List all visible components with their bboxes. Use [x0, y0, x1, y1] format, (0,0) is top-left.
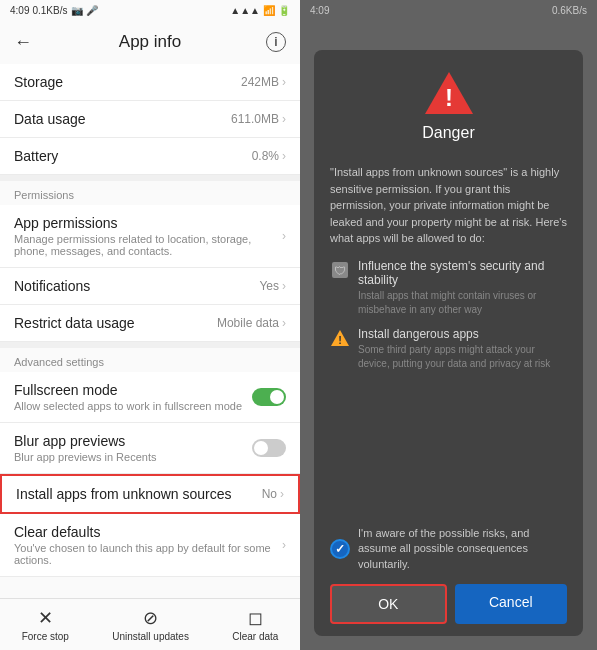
chevron-icon: ›	[282, 112, 286, 126]
install-unknown-sources-item[interactable]: Install apps from unknown sources No ›	[0, 474, 300, 514]
battery-icon: 🔋	[278, 5, 290, 16]
blur-previews-desc: Blur app previews in Recents	[14, 451, 252, 463]
blur-previews-title: Blur app previews	[14, 433, 252, 449]
dialog-body: "Install apps from unknown sources" is a…	[314, 164, 583, 518]
storage-title: Storage	[14, 74, 241, 90]
time-right: 4:09	[310, 5, 329, 16]
checkbox-circle[interactable]: ✓	[330, 539, 350, 559]
svg-text:🛡: 🛡	[334, 264, 346, 278]
force-stop-button[interactable]: ✕ Force stop	[22, 607, 69, 642]
uninstall-updates-button[interactable]: ⊘ Uninstall updates	[112, 607, 189, 642]
app-info-header: ← App info i	[0, 20, 300, 64]
warning-icon: !	[330, 328, 350, 348]
status-bar-left: 4:09 0.1KB/s 📷 🎤 ▲▲▲ 📶 🔋	[0, 0, 300, 20]
cancel-button[interactable]: Cancel	[455, 584, 568, 624]
install-sources-title: Install apps from unknown sources	[16, 486, 262, 502]
battery-title: Battery	[14, 148, 252, 164]
camera-icon: 📷	[71, 5, 83, 16]
security-risk-item: 🛡 Influence the system's security and st…	[330, 259, 567, 317]
app-permissions-title: App permissions	[14, 215, 282, 231]
app-permissions-item[interactable]: App permissions Manage permissions relat…	[0, 205, 300, 268]
security-risk-title: Influence the system's security and stab…	[358, 259, 567, 287]
clear-defaults-item[interactable]: Clear defaults You've chosen to launch t…	[0, 514, 300, 577]
dialog-footer: ✓ I'm aware of the possible risks, and a…	[314, 518, 583, 636]
bottom-bar: ✕ Force stop ⊘ Uninstall updates ◻ Clear…	[0, 598, 300, 650]
back-button[interactable]: ←	[14, 32, 32, 53]
blur-previews-item[interactable]: Blur app previews Blur app previews in R…	[0, 423, 300, 474]
storage-item[interactable]: Storage 242MB ›	[0, 64, 300, 101]
clear-defaults-title: Clear defaults	[14, 524, 282, 540]
uninstall-updates-label: Uninstall updates	[112, 631, 189, 642]
notifications-title: Notifications	[14, 278, 259, 294]
status-right: ▲▲▲ 📶 🔋	[230, 5, 290, 16]
fullscreen-toggle[interactable]	[252, 388, 286, 406]
wifi-icon: 📶	[263, 5, 275, 16]
fullscreen-desc: Allow selected apps to work in fullscree…	[14, 400, 252, 412]
storage-value: 242MB	[241, 75, 279, 89]
status-left: 4:09 0.1KB/s 📷 🎤	[10, 5, 98, 16]
force-stop-label: Force stop	[22, 631, 69, 642]
status-bar-right: 4:09 0.6KB/s	[300, 0, 597, 20]
svg-text:!: !	[445, 84, 453, 111]
ok-button[interactable]: OK	[330, 584, 447, 624]
data-usage-item[interactable]: Data usage 611.0MB ›	[0, 101, 300, 138]
chevron-icon: ›	[280, 487, 284, 501]
fullscreen-item[interactable]: Fullscreen mode Allow selected apps to w…	[0, 372, 300, 423]
clear-data-button[interactable]: ◻ Clear data	[232, 607, 278, 642]
restrict-data-item[interactable]: Restrict data usage Mobile data ›	[0, 305, 300, 342]
chevron-icon: ›	[282, 279, 286, 293]
page-title: App info	[119, 32, 181, 52]
notifications-item[interactable]: Notifications Yes ›	[0, 268, 300, 305]
right-panel: 4:09 0.6KB/s ! Danger "Install apps from…	[300, 0, 597, 650]
dialog-buttons: OK Cancel	[330, 584, 567, 624]
chevron-icon: ›	[282, 229, 286, 243]
uninstall-icon: ⊘	[143, 607, 158, 629]
network-right: 0.6KB/s	[552, 5, 587, 16]
chevron-icon: ›	[282, 149, 286, 163]
chevron-icon: ›	[282, 538, 286, 552]
shield-icon: 🛡	[330, 260, 350, 280]
checkmark-icon: ✓	[335, 542, 345, 556]
clear-data-label: Clear data	[232, 631, 278, 642]
danger-title: Danger	[422, 124, 474, 142]
signal-icon: ▲▲▲	[230, 5, 260, 16]
chevron-icon: ›	[282, 75, 286, 89]
checkbox-row[interactable]: ✓ I'm aware of the possible risks, and a…	[330, 526, 567, 572]
chevron-icon: ›	[282, 316, 286, 330]
dangerous-apps-item: ! Install dangerous apps Some third part…	[330, 327, 567, 371]
clear-data-icon: ◻	[248, 607, 263, 629]
dangerous-apps-desc: Some third party apps might attack your …	[358, 343, 567, 371]
settings-list: Storage 242MB › Data usage 611.0MB › Bat	[0, 64, 300, 598]
app-permissions-desc: Manage permissions related to location, …	[14, 233, 282, 257]
force-stop-icon: ✕	[38, 607, 53, 629]
mic-icon: 🎤	[86, 5, 98, 16]
left-panel: 4:09 0.1KB/s 📷 🎤 ▲▲▲ 📶 🔋 ← App info i St…	[0, 0, 300, 650]
security-risk-desc: Install apps that might contain viruses …	[358, 289, 567, 317]
data-usage-title: Data usage	[14, 111, 231, 127]
time-left: 4:09	[10, 5, 29, 16]
network-speed-left: 0.1KB/s	[32, 5, 67, 16]
dangerous-apps-title: Install dangerous apps	[358, 327, 567, 341]
info-button[interactable]: i	[266, 32, 286, 52]
dialog-header: ! Danger	[314, 50, 583, 164]
dialog-warning-text: "Install apps from unknown sources" is a…	[330, 164, 567, 247]
danger-dialog: ! Danger "Install apps from unknown sour…	[314, 50, 583, 636]
battery-item[interactable]: Battery 0.8% ›	[0, 138, 300, 175]
advanced-section-label: Advanced settings	[0, 348, 300, 372]
checkbox-label: I'm aware of the possible risks, and ass…	[358, 526, 567, 572]
battery-value: 0.8%	[252, 149, 279, 163]
fullscreen-title: Fullscreen mode	[14, 382, 252, 398]
notifications-value: Yes	[259, 279, 279, 293]
permissions-section-label: Permissions	[0, 181, 300, 205]
restrict-data-value: Mobile data	[217, 316, 279, 330]
danger-triangle-icon: !	[423, 70, 475, 116]
blur-previews-toggle[interactable]	[252, 439, 286, 457]
data-usage-value: 611.0MB	[231, 112, 279, 126]
restrict-data-title: Restrict data usage	[14, 315, 217, 331]
svg-text:!: !	[338, 334, 342, 346]
clear-defaults-desc: You've chosen to launch this app by defa…	[14, 542, 282, 566]
install-sources-value: No	[262, 487, 277, 501]
